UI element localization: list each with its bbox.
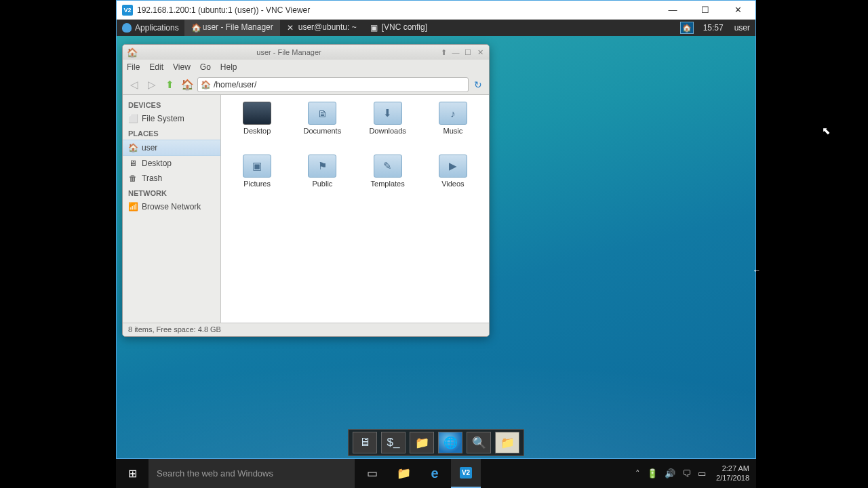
- folder-desktop[interactable]: Desktop: [226, 102, 288, 150]
- fm-menubar: FileEditViewGoHelp: [123, 60, 489, 75]
- fm-title: user - File Manager: [142, 48, 436, 56]
- path-text: /home/user/: [214, 80, 256, 89]
- home-icon: 🏠: [201, 80, 211, 89]
- vnc-app-icon: V2: [122, 5, 133, 16]
- menu-view[interactable]: View: [173, 62, 191, 72]
- folder-icon: ▶: [439, 155, 467, 178]
- sidebar-item-file-system[interactable]: ⬜File System: [123, 111, 220, 126]
- fm-pin-button[interactable]: ⬆: [439, 48, 448, 57]
- windows-taskbar: ⊞ Search the web and Windows ▭📁eV2 ˄🔋🔊🗨▭…: [116, 459, 756, 488]
- folder-music[interactable]: ♪Music: [422, 102, 484, 150]
- fm-titlebar[interactable]: 🏠 user - File Manager ⬆ — ☐ ✕: [123, 45, 489, 60]
- system-clock[interactable]: 2:27 AM 2/17/2018: [709, 464, 756, 483]
- path-bar[interactable]: 🏠 /home/user/: [197, 77, 469, 92]
- remote-desktop[interactable]: Applications 🏠user - File Manager✕user@u…: [117, 20, 755, 458]
- fm-maximize-button[interactable]: ☐: [463, 48, 473, 57]
- cursor-icon: ⬉: [822, 125, 831, 137]
- xfce-panel: Applications 🏠user - File Manager✕user@u…: [117, 20, 755, 36]
- folder-videos[interactable]: ▶Videos: [422, 155, 484, 203]
- panel-clock[interactable]: 15:57: [698, 23, 729, 33]
- home-icon: 🏠: [127, 47, 138, 58]
- sidebar-item-browse-network[interactable]: 📶Browse Network: [123, 199, 220, 214]
- home-button[interactable]: 🏠: [180, 77, 195, 92]
- file-manager-window: 🏠 user - File Manager ⬆ — ☐ ✕ FileEditVi…: [122, 44, 490, 337]
- panel-task[interactable]: ▣[VNC config]: [363, 20, 434, 36]
- dock-file-manager[interactable]: 📁: [410, 432, 434, 453]
- menu-file[interactable]: File: [127, 62, 140, 72]
- resize-arrow-icon: ←: [753, 266, 761, 275]
- start-button[interactable]: ⊞: [116, 459, 149, 488]
- forward-button[interactable]: ▷: [144, 77, 159, 92]
- home-icon: 🏠: [682, 24, 692, 33]
- taskbar-file-explorer[interactable]: 📁: [389, 459, 418, 488]
- menu-edit[interactable]: Edit: [149, 62, 163, 72]
- vnc-titlebar[interactable]: V2 192.168.1.200:1 (ubuntu:1 (user)) - V…: [117, 1, 755, 20]
- folder-public[interactable]: ⚑Public: [292, 155, 353, 203]
- menu-help[interactable]: Help: [220, 62, 237, 72]
- folder-icon: ♪: [439, 102, 467, 125]
- sidebar-item-desktop[interactable]: 🖥Desktop: [123, 156, 220, 171]
- folder-icon: 🗎: [308, 102, 336, 125]
- tray-icon[interactable]: 🔋: [644, 468, 661, 479]
- fm-statusbar: 8 items, Free space: 4.8 GB: [123, 323, 489, 336]
- dock-terminal[interactable]: $_: [381, 432, 406, 453]
- xfce-mouse-icon: [122, 23, 132, 33]
- taskbar-task-view[interactable]: ▭: [357, 459, 387, 488]
- folder-icon: [243, 102, 271, 125]
- folder-icon: ⬇: [374, 102, 402, 125]
- minimize-button[interactable]: —: [660, 5, 685, 15]
- folder-documents[interactable]: 🗎Documents: [292, 102, 353, 150]
- dock-search[interactable]: 🔍: [467, 432, 491, 453]
- fm-sidebar: DEVICES⬜File SystemPLACES🏠user🖥Desktop🗑T…: [123, 95, 221, 323]
- applications-menu[interactable]: Applications: [117, 23, 184, 33]
- tray-icon[interactable]: ▭: [694, 468, 709, 479]
- taskbar-vnc-viewer[interactable]: V2: [451, 459, 481, 488]
- vnc-viewer-window: V2 192.168.1.200:1 (ubuntu:1 (user)) - V…: [116, 0, 756, 459]
- folder-pictures[interactable]: ▣Pictures: [226, 155, 288, 203]
- up-button[interactable]: ⬆: [162, 77, 177, 92]
- vnc-title: 192.168.1.200:1 (ubuntu:1 (user)) - VNC …: [137, 5, 660, 15]
- fm-toolbar: ◁ ▷ ⬆ 🏠 🏠 /home/user/ ↻: [123, 75, 489, 95]
- fm-minimize-button[interactable]: —: [451, 48, 460, 56]
- panel-user[interactable]: user: [729, 23, 755, 33]
- dock-show-desktop[interactable]: 🖥: [353, 432, 377, 453]
- close-button[interactable]: ✕: [726, 5, 750, 15]
- sidebar-item-user[interactable]: 🏠user: [123, 140, 220, 156]
- sidebar-item-trash[interactable]: 🗑Trash: [123, 171, 220, 186]
- workspace-button[interactable]: 🏠: [680, 22, 694, 34]
- taskbar-edge[interactable]: e: [420, 459, 450, 488]
- panel-task[interactable]: ✕user@ubuntu: ~: [280, 20, 363, 36]
- tray-icon[interactable]: 🔊: [661, 468, 679, 479]
- folder-view[interactable]: Desktop🗎Documents⬇Downloads♪Music▣Pictur…: [221, 95, 489, 323]
- menu-go[interactable]: Go: [200, 62, 211, 72]
- folder-downloads[interactable]: ⬇Downloads: [357, 102, 418, 150]
- dock-folder[interactable]: 📁: [495, 432, 519, 453]
- search-box[interactable]: Search the web and Windows: [149, 459, 355, 488]
- dock-web-browser[interactable]: 🌐: [438, 432, 462, 453]
- maximize-button[interactable]: ☐: [693, 5, 717, 15]
- dock: 🖥$_📁🌐🔍📁: [348, 429, 524, 456]
- tray-icon[interactable]: ˄: [632, 468, 644, 479]
- panel-task[interactable]: 🏠user - File Manager: [184, 20, 280, 36]
- folder-icon: ⚑: [308, 155, 336, 178]
- back-button[interactable]: ◁: [127, 77, 142, 92]
- folder-icon: ✎: [374, 155, 402, 178]
- folder-templates[interactable]: ✎Templates: [357, 155, 418, 203]
- fm-close-button[interactable]: ✕: [475, 48, 485, 57]
- folder-icon: ▣: [243, 155, 271, 178]
- tray-icon[interactable]: 🗨: [679, 468, 694, 479]
- refresh-button[interactable]: ↻: [471, 79, 485, 90]
